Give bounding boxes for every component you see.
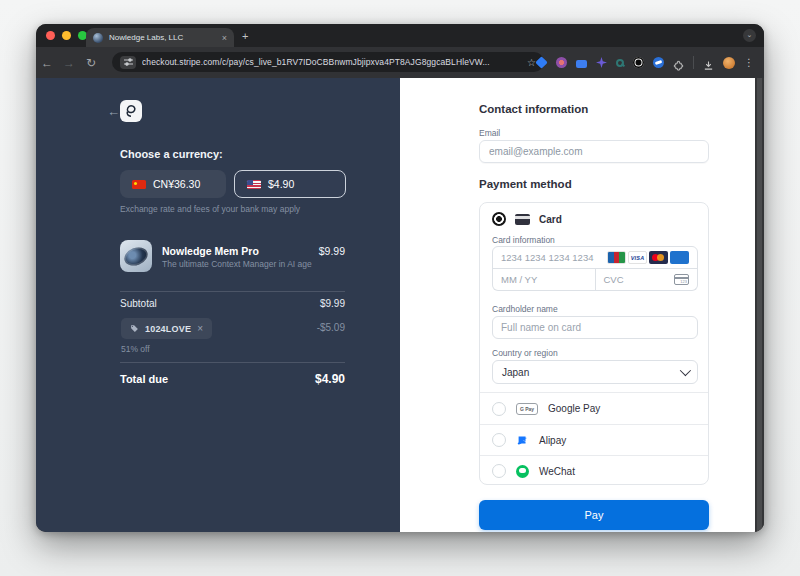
pay-button[interactable]: Pay bbox=[479, 500, 709, 530]
google-pay-radio[interactable] bbox=[492, 402, 506, 416]
coupon-chip[interactable]: 1024LOVE × bbox=[121, 318, 212, 339]
alipay-radio[interactable] bbox=[492, 433, 506, 447]
close-window-button[interactable] bbox=[46, 31, 55, 40]
visa-brand-icon: VISA bbox=[628, 251, 647, 264]
alipay-icon bbox=[516, 434, 529, 447]
coupon-code: 1024LOVE bbox=[145, 324, 191, 334]
payment-method-heading: Payment method bbox=[479, 178, 572, 190]
choose-currency-label: Choose a currency: bbox=[120, 148, 223, 160]
extension-diamond-icon[interactable] bbox=[535, 56, 547, 68]
country-select[interactable]: Japan bbox=[492, 360, 698, 384]
product-icon bbox=[120, 240, 152, 272]
back-to-merchant-button[interactable]: ← bbox=[107, 104, 120, 119]
currency-usd-label: $4.90 bbox=[268, 178, 294, 190]
summary-divider bbox=[120, 291, 345, 292]
expiry-cvc-row: MM / YY CVC bbox=[492, 268, 698, 291]
browser-menu-icon[interactable]: ⋮ bbox=[744, 57, 754, 68]
traffic-lights bbox=[46, 31, 87, 40]
expiry-placeholder: MM / YY bbox=[501, 274, 587, 285]
card-option-row[interactable]: Card bbox=[492, 212, 562, 226]
cardholder-name-input[interactable] bbox=[492, 316, 698, 339]
payment-method-accordion: Card Card information 1234 1234 1234 123… bbox=[479, 202, 709, 485]
extensions-puzzle-icon[interactable] bbox=[673, 57, 684, 68]
extension-spark-icon[interactable] bbox=[596, 57, 607, 68]
china-flag-icon bbox=[132, 180, 146, 189]
extension-globe-icon[interactable] bbox=[653, 57, 664, 68]
tag-icon bbox=[130, 324, 139, 333]
product-name: Nowledge Mem Pro bbox=[162, 245, 259, 257]
reload-button[interactable]: ↻ bbox=[80, 56, 102, 70]
country-value: Japan bbox=[502, 367, 529, 378]
total-due-label: Total due bbox=[120, 373, 168, 385]
merchant-logo bbox=[120, 100, 142, 122]
currency-cny-label: CN¥36.30 bbox=[153, 178, 200, 190]
subtotal-label: Subtotal bbox=[120, 298, 157, 309]
wechat-label: WeChat bbox=[539, 466, 575, 477]
browser-toolbar: ← → ↻ checkout.stripe.com/c/pay/cs_live_… bbox=[36, 47, 764, 78]
jcb-brand-icon bbox=[607, 251, 626, 264]
google-pay-icon: G Pay bbox=[516, 403, 538, 415]
url-text: checkout.stripe.com/c/pay/cs_live_b1RV7I… bbox=[142, 57, 521, 67]
cvc-placeholder: CVC bbox=[604, 274, 675, 285]
cvc-card-icon bbox=[674, 274, 689, 285]
extension-dark-circle-icon[interactable] bbox=[633, 57, 644, 68]
chevron-down-icon bbox=[680, 365, 691, 376]
total-due-value: $4.90 bbox=[315, 372, 345, 386]
minimize-window-button[interactable] bbox=[62, 31, 71, 40]
currency-option-usd[interactable]: $4.90 bbox=[234, 170, 346, 198]
browser-tab[interactable]: Nowledge Labs, LLC × bbox=[86, 28, 234, 47]
page-scrollbar[interactable] bbox=[755, 78, 764, 532]
card-number-field[interactable]: 1234 1234 1234 1234 VISA bbox=[492, 246, 698, 269]
new-tab-button[interactable]: + bbox=[242, 30, 248, 42]
extension-search-icon[interactable] bbox=[616, 59, 624, 67]
product-description: The ultimate Context Manager in AI age bbox=[162, 259, 312, 269]
address-bar[interactable]: checkout.stripe.com/c/pay/cs_live_b1RV7I… bbox=[112, 52, 544, 72]
tab-strip: Nowledge Labs, LLC × + ⌄ bbox=[36, 24, 764, 47]
extension-rectangle-icon[interactable] bbox=[576, 60, 587, 68]
country-label: Country or region bbox=[492, 348, 558, 358]
wechat-radio[interactable] bbox=[492, 464, 506, 478]
coupon-discount-value: -$5.09 bbox=[317, 322, 345, 333]
summary-divider-2 bbox=[120, 362, 345, 363]
wechat-icon bbox=[516, 465, 529, 478]
coupon-percent-note: 51% off bbox=[121, 344, 150, 354]
toolbar-divider bbox=[693, 56, 694, 69]
back-button[interactable]: ← bbox=[36, 56, 58, 70]
remove-coupon-icon[interactable]: × bbox=[197, 323, 203, 334]
card-radio-selected[interactable] bbox=[492, 212, 506, 226]
tab-search-chevron-icon[interactable]: ⌄ bbox=[743, 29, 756, 42]
wechat-option-row[interactable]: WeChat bbox=[480, 455, 708, 486]
site-settings-icon[interactable] bbox=[120, 56, 136, 69]
profile-avatar[interactable] bbox=[723, 57, 735, 69]
tab-close-icon[interactable]: × bbox=[222, 33, 227, 43]
currency-option-cny[interactable]: CN¥36.30 bbox=[120, 170, 226, 198]
order-summary-panel: ← Choose a currency: CN¥36.30 $4.90 Exch… bbox=[36, 78, 400, 532]
browser-window: Nowledge Labs, LLC × + ⌄ ← → ↻ checkout.… bbox=[36, 24, 764, 532]
payment-form-panel: Contact information Email Payment method… bbox=[400, 78, 755, 532]
google-pay-label: Google Pay bbox=[548, 403, 600, 414]
exchange-rate-note: Exchange rate and fees of your bank may … bbox=[120, 204, 300, 214]
extensions-row: ⋮ bbox=[536, 47, 754, 78]
alipay-label: Alipay bbox=[539, 435, 566, 446]
contact-information-heading: Contact information bbox=[479, 103, 588, 115]
mastercard-brand-icon bbox=[649, 251, 668, 264]
email-label: Email bbox=[479, 128, 500, 138]
google-pay-option-row[interactable]: G Pay Google Pay bbox=[480, 392, 708, 424]
card-number-placeholder: 1234 1234 1234 1234 bbox=[501, 252, 605, 263]
cvc-field[interactable]: CVC bbox=[595, 268, 698, 290]
product-price: $9.99 bbox=[319, 245, 345, 257]
alipay-option-row[interactable]: Alipay bbox=[480, 424, 708, 455]
checkout-page: ← Choose a currency: CN¥36.30 $4.90 Exch… bbox=[36, 78, 764, 532]
card-information-label: Card information bbox=[492, 235, 555, 245]
expiry-field[interactable]: MM / YY bbox=[493, 268, 595, 290]
card-icon bbox=[515, 214, 530, 225]
downloads-icon[interactable] bbox=[703, 57, 714, 68]
cardholder-name-label: Cardholder name bbox=[492, 304, 558, 314]
forward-button[interactable]: → bbox=[58, 56, 80, 70]
tab-favicon-icon bbox=[93, 33, 103, 43]
us-flag-icon bbox=[247, 180, 261, 189]
card-option-label: Card bbox=[539, 214, 562, 225]
tab-title: Nowledge Labs, LLC bbox=[109, 33, 216, 42]
email-input[interactable] bbox=[479, 140, 709, 163]
extension-flower-icon[interactable] bbox=[556, 57, 567, 68]
